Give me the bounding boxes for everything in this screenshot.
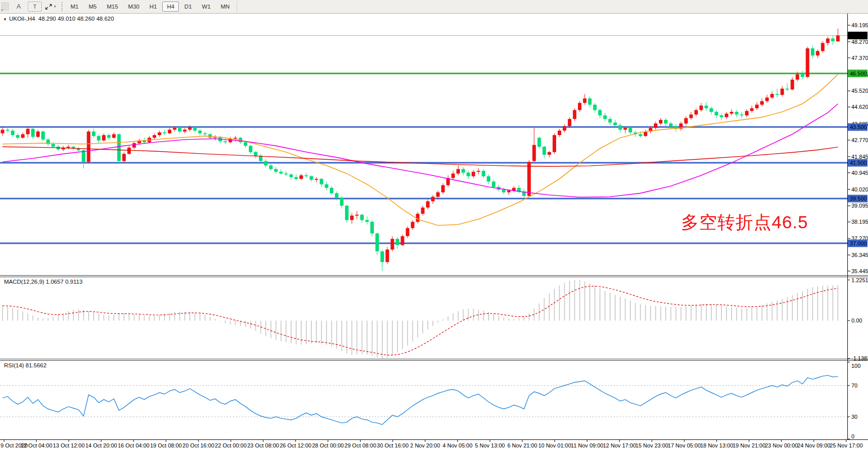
symbol-name: UKOil-,H4 xyxy=(9,16,35,22)
level-price-badge: 43.500 xyxy=(848,123,867,131)
svg-text:49.195: 49.195 xyxy=(851,22,868,28)
timeframe-bar: M1M5M15M30H1H4D1W1MN xyxy=(65,2,235,12)
current-price-badge: 48.620 xyxy=(848,32,867,39)
timeframe-button-m1[interactable]: M1 xyxy=(66,2,83,12)
svg-text:13 Oct 12:00: 13 Oct 12:00 xyxy=(53,442,85,448)
toolbar-drag-handle[interactable]: F xyxy=(1,2,9,11)
svg-text:10 Nov 01:00: 10 Nov 01:00 xyxy=(538,442,571,448)
svg-text:44.620: 44.620 xyxy=(851,104,868,110)
timeframe-button-m30[interactable]: M30 xyxy=(123,2,144,12)
symbol-quote-line[interactable]: ▼UKOil-,H4 48.290 49.010 48.260 48.620 xyxy=(3,16,114,22)
symbol-collapse-icon[interactable]: ▼ xyxy=(3,17,7,22)
svg-text:12 Oct 04:00: 12 Oct 04:00 xyxy=(21,442,52,448)
time-axis[interactable]: 9 Oct 202012 Oct 04:0013 Oct 12:0014 Oct… xyxy=(1,439,863,448)
svg-text:18 Nov 13:00: 18 Nov 13:00 xyxy=(700,442,733,448)
svg-text:5 Nov 13:00: 5 Nov 13:00 xyxy=(475,442,505,448)
svg-text:48.620: 48.620 xyxy=(850,32,867,38)
timeframe-button-mn[interactable]: MN xyxy=(216,2,234,12)
svg-text:42.770: 42.770 xyxy=(851,137,868,143)
svg-text:14 Oct 20:00: 14 Oct 20:00 xyxy=(85,442,117,448)
svg-text:35.445: 35.445 xyxy=(851,268,868,274)
svg-text:30: 30 xyxy=(851,414,857,420)
rsi-pane xyxy=(0,375,847,425)
level-price-badge: 41.500 xyxy=(848,159,867,167)
svg-text:2 Nov 20:00: 2 Nov 20:00 xyxy=(410,442,440,448)
svg-text:19 Oct 08:00: 19 Oct 08:00 xyxy=(150,442,182,448)
svg-text:0: 0 xyxy=(851,433,854,439)
toolbar-grip-label: F xyxy=(1,9,4,13)
price-axis[interactable]: 49.19548.27047.37046.44545.52044.62043.6… xyxy=(847,22,868,274)
svg-text:38.195: 38.195 xyxy=(851,219,868,225)
timeframe-button-d1[interactable]: D1 xyxy=(180,2,196,12)
svg-text:11 Nov 09:00: 11 Nov 09:00 xyxy=(571,442,604,448)
timeframe-button-h1[interactable]: H1 xyxy=(145,2,162,12)
svg-text:41.845: 41.845 xyxy=(851,154,868,160)
svg-text:37.000: 37.000 xyxy=(850,240,867,246)
svg-text:6 Nov 21:00: 6 Nov 21:00 xyxy=(507,442,537,448)
svg-text:39.500: 39.500 xyxy=(850,196,867,202)
trading-terminal-window: F A T ▼ M1M5M15M30H1H4D1W1MN 49.19548.27… xyxy=(0,0,868,450)
svg-text:40.020: 40.020 xyxy=(851,186,868,192)
svg-text:-1.1383: -1.1383 xyxy=(851,355,868,361)
macd-signal-line xyxy=(3,286,838,355)
svg-text:29 Oct 08:00: 29 Oct 08:00 xyxy=(345,442,376,448)
svg-text:16 Oct 04:00: 16 Oct 04:00 xyxy=(118,442,150,448)
candles-series xyxy=(1,29,840,271)
svg-text:70: 70 xyxy=(851,382,857,389)
level-price-badge: 46.500 xyxy=(848,70,867,77)
svg-text:30 Oct 16:00: 30 Oct 16:00 xyxy=(377,442,409,448)
svg-text:23 Nov 00:00: 23 Nov 00:00 xyxy=(765,442,797,448)
svg-text:40.945: 40.945 xyxy=(851,170,868,176)
svg-text:100: 100 xyxy=(851,363,860,369)
rsi-axis[interactable]: 10070300 xyxy=(847,362,860,440)
timeframe-button-m15[interactable]: M15 xyxy=(102,2,122,12)
timeframe-button-h4[interactable]: H4 xyxy=(162,2,179,12)
toolbar-separator xyxy=(237,1,237,12)
timeframe-bar-drag-handle[interactable] xyxy=(61,2,63,12)
svg-text:47.370: 47.370 xyxy=(851,55,868,61)
svg-text:19 Nov 21:00: 19 Nov 21:00 xyxy=(732,442,765,448)
rsi-indicator-label: RSI(14) 81.5662 xyxy=(4,362,46,368)
rsi-line xyxy=(3,375,838,425)
dropdown-caret-icon[interactable]: ▼ xyxy=(53,5,56,8)
timeframe-button-m5[interactable]: M5 xyxy=(84,2,101,12)
svg-text:48.270: 48.270 xyxy=(851,39,868,45)
svg-text:17 Nov 05:00: 17 Nov 05:00 xyxy=(668,442,701,448)
svg-text:41.500: 41.500 xyxy=(850,160,867,166)
text-tool-button[interactable]: T xyxy=(28,2,42,12)
timeframe-button-w1[interactable]: W1 xyxy=(197,2,215,12)
cursor-arrows-icon xyxy=(45,3,52,11)
svg-text:15 Nov 23:00: 15 Nov 23:00 xyxy=(635,442,668,448)
svg-text:25 Nov 17:00: 25 Nov 17:00 xyxy=(830,442,862,448)
svg-text:43.500: 43.500 xyxy=(850,124,867,130)
svg-text:26 Oct 12:00: 26 Oct 12:00 xyxy=(280,442,311,448)
macd-indicator-label: MACD(12,26,9) 1.0657 0.9113 xyxy=(4,279,83,285)
svg-text:24 Nov 09:00: 24 Nov 09:00 xyxy=(797,442,830,448)
level-price-badge: 39.500 xyxy=(848,195,867,203)
svg-text:28 Oct 00:00: 28 Oct 00:00 xyxy=(312,442,344,448)
annotation-text: 多空转折点46.5 xyxy=(681,211,808,234)
a-tool-button[interactable]: A xyxy=(11,1,27,12)
svg-text:4 Nov 05:00: 4 Nov 05:00 xyxy=(443,442,473,448)
svg-text:46.500: 46.500 xyxy=(850,71,867,77)
level-price-badge: 37.000 xyxy=(848,239,867,247)
svg-text:23 Oct 08:00: 23 Oct 08:00 xyxy=(247,442,279,448)
symbol-ohlc-quote: 48.290 49.010 48.260 48.620 xyxy=(38,16,114,22)
svg-text:0.00: 0.00 xyxy=(851,317,862,324)
svg-text:22 Oct 00:00: 22 Oct 00:00 xyxy=(215,442,247,448)
macd-axis[interactable]: 1.22510.00-1.1383 xyxy=(847,277,868,362)
svg-text:20 Oct 16:00: 20 Oct 16:00 xyxy=(182,442,214,448)
svg-text:45.520: 45.520 xyxy=(851,88,868,94)
svg-text:39.095: 39.095 xyxy=(851,203,868,209)
svg-text:1.2251: 1.2251 xyxy=(851,277,868,283)
macd-pane xyxy=(3,280,838,359)
svg-text:12 Nov 17:00: 12 Nov 17:00 xyxy=(603,442,636,448)
svg-text:36.345: 36.345 xyxy=(851,252,868,258)
toolbar: F A T ▼ M1M5M15M30H1H4D1W1MN xyxy=(0,0,868,14)
arrows-tool-button[interactable]: ▼ xyxy=(43,2,58,12)
